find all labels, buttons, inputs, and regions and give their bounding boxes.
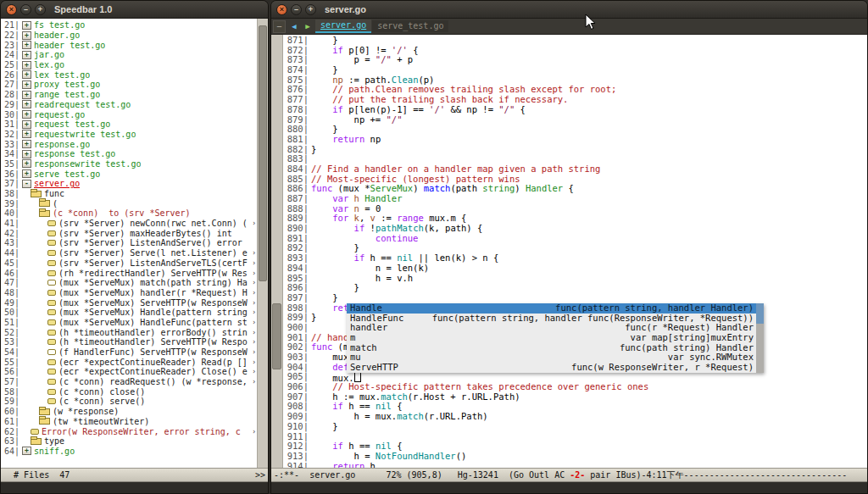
code-line[interactable]: 882|}	[283, 145, 867, 155]
expand-plus-icon[interactable]: +	[22, 51, 31, 59]
expand-plus-icon[interactable]: +	[22, 31, 31, 40]
speedbar-row[interactable]: 45|(srv *Server) ListenAndServeTLS(certF…	[1, 258, 257, 269]
speedbar-row[interactable]: 30|+request.go	[1, 109, 257, 119]
tag-icon[interactable]	[47, 250, 56, 256]
tag-icon[interactable]	[47, 330, 56, 336]
expand-plus-icon[interactable]: +	[22, 159, 31, 168]
expand-plus-icon[interactable]: +	[22, 447, 31, 455]
tag-icon[interactable]	[47, 290, 56, 296]
tag-icon[interactable]	[47, 339, 56, 345]
tag-icon[interactable]	[47, 349, 56, 355]
speedbar-row[interactable]: 31|+request_test.go	[1, 119, 257, 130]
speedbar-row[interactable]: 22|+header.go	[1, 31, 257, 41]
speedbar-row[interactable]: 59|(c *conn) serve()	[1, 397, 257, 407]
speedbar-row[interactable]: 60|(w *response)	[1, 407, 257, 417]
minimize-icon[interactable]: –	[291, 4, 302, 15]
expand-plus-icon[interactable]: +	[22, 70, 31, 79]
expand-plus-icon[interactable]: +	[22, 61, 31, 69]
speedbar-row[interactable]: 36|+serve_test.go	[1, 169, 257, 179]
expand-plus-icon[interactable]: +	[22, 110, 31, 119]
tag-icon[interactable]	[47, 379, 56, 385]
code-line[interactable]: 895| h = v.h	[283, 274, 867, 284]
tag-icon[interactable]	[47, 369, 56, 375]
speedbar-row[interactable]: 43|(srv *Server) ListenAndServe() error	[1, 238, 257, 248]
tag-icon[interactable]	[47, 280, 56, 286]
folder-icon[interactable]	[31, 191, 42, 197]
completion-item[interactable]: ServeHTTPfunc(w ResponseWriter, r *Reque…	[347, 363, 764, 373]
speedbar-row[interactable]: 28|+range_test.go	[1, 90, 257, 100]
tab-server-go[interactable]: server.go	[315, 19, 371, 33]
tag-icon[interactable]	[47, 240, 56, 246]
tag-icon[interactable]	[47, 220, 56, 226]
scrollbar-thumb[interactable]	[272, 303, 281, 370]
tag-icon[interactable]	[47, 230, 56, 236]
code-line[interactable]: 891| continue	[283, 234, 867, 244]
expand-plus-icon[interactable]: +	[22, 150, 31, 158]
expand-plus-icon[interactable]: +	[22, 169, 31, 178]
speedbar-row[interactable]: 24|+jar.go	[1, 50, 257, 60]
tag-icon[interactable]	[47, 319, 56, 325]
tab-serve-test-go[interactable]: serve_test.go	[372, 20, 448, 32]
speedbar-row[interactable]: 53|(h *timeoutHandler) ServeHTTP(w Respo…	[1, 337, 257, 347]
editor-scrollbar[interactable]	[271, 35, 283, 468]
speedbar-row[interactable]: 54|(f HandlerFunc) ServeHTTP(w ResponseW…	[1, 347, 257, 358]
expand-plus-icon[interactable]: +	[22, 80, 31, 89]
tab-scroll-back-icon[interactable]: ◀	[288, 22, 300, 31]
expand-plus-icon[interactable]: +	[22, 91, 31, 99]
speedbar-row[interactable]: 40|(c *conn) to (srv *Server)	[1, 208, 257, 219]
folder-icon[interactable]	[39, 418, 50, 425]
code-line[interactable]: 910| }	[283, 422, 867, 432]
speedbar-row[interactable]: 42|(srv *Server) maxHeaderBytes() int	[1, 228, 257, 238]
folder-icon[interactable]	[39, 408, 50, 415]
folder-icon[interactable]	[39, 210, 50, 217]
editor-titlebar[interactable]: × – + server.go	[271, 1, 867, 19]
speedbar-row[interactable]: 37|-server.go	[1, 179, 257, 189]
speedbar-row[interactable]: 33|+response.go	[1, 139, 257, 149]
speedbar-row[interactable]: 34|+response_test.go	[1, 149, 257, 159]
speedbar-row[interactable]: 35|+responsewrite_test.go	[1, 159, 257, 169]
folder-icon[interactable]	[31, 438, 42, 445]
expand-plus-icon[interactable]: +	[22, 120, 31, 129]
speedbar-row[interactable]: 51|(mux *ServeMux) HandleFunc(pattern st…	[1, 318, 257, 328]
minimize-icon[interactable]: –	[20, 4, 31, 15]
code-line[interactable]: 909| h = mux.match(r.URL.Path)	[283, 412, 867, 422]
code-lines[interactable]: 871| }872| if p[0] != '/' {873| p = "/" …	[283, 35, 867, 468]
code-line[interactable]: 914| return h	[283, 462, 867, 468]
tag-icon[interactable]	[47, 389, 56, 395]
speedbar-row[interactable]: 57|(c *conn) readRequest() (w *response,…	[1, 377, 257, 387]
speedbar-row[interactable]: 56|(ecr *expectContinueReader) Close() e…	[1, 367, 257, 377]
completion-item[interactable]: Handlefunc(pattern string, handler Handl…	[347, 303, 764, 314]
speedbar-row[interactable]: 55|(ecr *expectContinueReader) Read(p []…	[1, 357, 257, 367]
speedbar-row[interactable]: 46|(rh *redirectHandler) ServeHTTP(w Res…	[1, 268, 257, 278]
tag-icon[interactable]	[31, 429, 39, 435]
code-line[interactable]: 881| return np	[283, 135, 867, 145]
speedbar-row[interactable]: 23|+header_test.go	[1, 40, 257, 50]
code-line[interactable]: 897| }	[283, 293, 867, 303]
close-icon[interactable]: ×	[6, 4, 17, 15]
expand-plus-icon[interactable]: +	[22, 130, 31, 138]
speedbar-row[interactable]: 49|(mux *ServeMux) ServeHTTP(w ResponseW…	[1, 297, 257, 308]
speedbar-row[interactable]: 26|+lex_test.go	[1, 69, 257, 80]
tag-icon[interactable]	[47, 359, 56, 365]
speedbar-row[interactable]: 58|(c *conn) close()	[1, 386, 257, 397]
maximize-icon[interactable]: +	[305, 4, 316, 15]
speedbar-row[interactable]: 48|(mux *ServeMux) handler(r *Request) H…	[1, 288, 257, 298]
speedbar-row[interactable]: 64|+sniff.go	[1, 447, 257, 457]
collapse-minus-icon[interactable]: -	[22, 180, 31, 188]
speedbar-titlebar[interactable]: × – + Speedbar 1.0	[1, 1, 268, 19]
speedbar-row[interactable]: 25|+lex.go	[1, 60, 257, 70]
tag-icon[interactable]	[47, 270, 56, 276]
speedbar-row[interactable]: 63|type	[1, 436, 257, 447]
speedbar-row[interactable]: 50|(mux *ServeMux) Handle(pattern string…	[1, 308, 257, 318]
speedbar-row[interactable]: 52|(h *timeoutHandler) errorBody() strin…	[1, 327, 257, 337]
speedbar-row[interactable]: 44|(srv *Server) Serve(l net.Listener) e…	[1, 248, 257, 258]
speedbar-row[interactable]: 41|(srv *Server) newConn(rwc net.Conn) (…	[1, 219, 257, 229]
speedbar-row[interactable]: 39|(	[1, 198, 257, 208]
speedbar-row[interactable]: 29|+readrequest_test.go	[1, 100, 257, 110]
tabbar-home-icon[interactable]: –	[273, 20, 286, 33]
tag-icon[interactable]	[47, 398, 56, 404]
speedbar-scrollbar[interactable]	[257, 19, 268, 468]
speedbar-row[interactable]: 32|+requestwrite_test.go	[1, 130, 257, 140]
speedbar-row[interactable]: 38|func	[1, 189, 257, 199]
scrollbar-thumb[interactable]	[259, 25, 267, 281]
